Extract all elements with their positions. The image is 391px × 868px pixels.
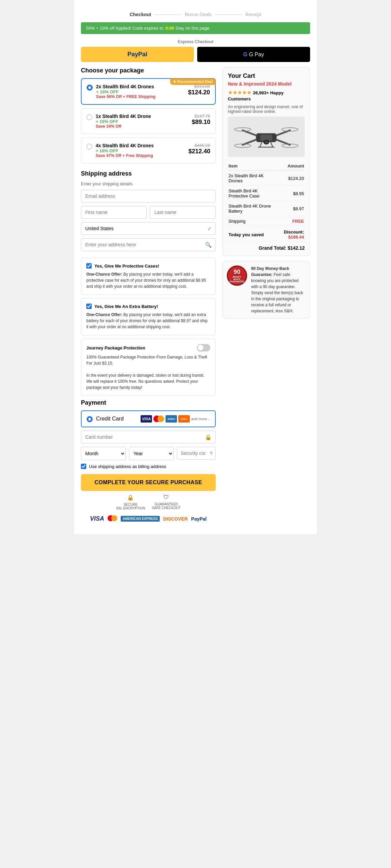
discount-value: $189.44 [288,235,304,240]
address-field[interactable] [81,238,216,251]
cart-shipping-label: Shipping [229,217,273,226]
express-label: Express Checkout [81,39,310,44]
month-select[interactable]: Month JanuaryFebruaryMarch AprilMayJune … [81,447,126,460]
cart-saved-amount: Discount: $189.44 [274,227,304,242]
product-desc: An engineering and design marvel, one of… [228,104,305,114]
svg-line-13 [271,142,273,147]
guarantee-text: 90 Day Money-Back Guarantee: Feel safe k… [251,266,306,314]
pkg1-discount: + 10% OFF [96,89,185,94]
protection-desc2: In the event your delivery is damaged, s… [86,372,210,391]
protection-title: Journey Package Protection [86,345,145,350]
addon-protective-cases: Yes, Give Me Protective Cases! One-Chanc… [81,258,216,295]
security-code-wrap: ? [177,447,216,460]
card-lock-icon: 🔒 [205,434,212,440]
security-help-icon[interactable]: ? [210,451,212,456]
grand-total: Grand Total: $142.12 [228,245,305,251]
cart-table: Item Amount 2x Stealth Bird 4K Drones $1… [228,161,305,243]
pkg2-original: $147.76 [192,114,210,119]
package-option-1[interactable]: ★ Recommended Deal 2x Stealth Bird 4K Dr… [81,78,216,105]
drone-image [228,117,305,157]
complete-purchase-button[interactable]: COMPLETE YOUR SECURE PURCHASE [81,474,216,491]
package-option-3[interactable]: 4x Stealth Bird 4K Drones + 10% OFF Save… [81,137,216,163]
credit-card-radio[interactable] [87,416,93,422]
shipping-title: Shipping address [81,170,216,177]
svg-rect-1 [260,135,272,141]
guarantee-num: 90 [234,269,240,276]
toggle-knob [198,345,204,351]
address-search-icon: 🔍 [205,242,212,248]
addon2-title: Yes, Give Me An Extra Battery! [94,304,158,309]
first-name-field[interactable] [81,206,147,219]
radio-1[interactable] [87,85,93,91]
safe-text: GUARANTEEDSAFE CHECKOUT [152,502,181,510]
trust-badges: 🔒 SECURESSL ENCRYPTION 🛡 GUARANTEEDSAFE … [81,494,216,510]
pkg3-discount: + 10% OFF [96,148,185,153]
pkg3-final: $212.40 [188,148,210,155]
payment-title: Payment [81,399,216,406]
safe-checkout-badge: 🛡 GUARANTEEDSAFE CHECKOUT [152,494,181,510]
visa-icon: VISA [141,415,152,423]
addon1-checkbox[interactable] [86,263,92,269]
payment-section: Payment Credit Card VISA AMEX DISC and m… [81,399,216,522]
col-amount: Amount [274,162,304,170]
country-check-icon: ✓ [207,225,212,232]
shield-icon: 🛡 [163,494,169,500]
cart-row-3: Stealth Bird 4K Drone Battery $8.97 [229,202,304,216]
billing-address-check: Use shipping address as billing address [81,464,216,469]
col-item: Item [229,162,273,170]
footer-amex-logo: AMERICAN EXPRESS [121,516,160,522]
radio-3[interactable] [86,144,92,150]
ssl-icon: 🔒 [127,494,134,501]
pkg2-discount: + 10% OFF [96,119,188,124]
banner-timer: 0:00 [166,26,174,31]
billing-checkbox[interactable] [81,464,86,469]
express-checkout-section: Express Checkout PayPal G G Pay [81,39,310,62]
banner-text2: Stay on this page. [175,26,210,31]
addon1-title: Yes, Give Me Protective Cases! [94,264,159,269]
cart-row-2: Stealth Bird 4K Protective Case $8.95 [229,186,304,201]
last-name-field[interactable] [150,206,216,219]
cart-row-shipping: Shipping FREE [229,217,304,226]
email-field[interactable] [81,190,216,203]
discount-banner: 56% + 10% off Applied! Code expires in: … [81,22,310,34]
checkout-steps: Checkout Bonus Deals Receipt [81,7,310,22]
cart-item1-name: 2x Stealth Bird 4K Drones [229,171,273,186]
cart-item3-amount: $8.97 [274,202,304,216]
protection-toggle[interactable] [197,344,210,351]
card-number-field[interactable] [81,431,216,443]
svg-point-3 [265,141,268,144]
shipping-section: Shipping address Enter your shipping det… [81,170,216,251]
pkg3-shipping: Save 47% Off + Free Shipping [96,153,185,158]
gpay-button[interactable]: G G Pay [197,47,310,62]
mastercard-icon [153,415,164,422]
cart-item3-name: Stealth Bird 4K Drone Battery [229,202,273,216]
shipping-subtitle: Enter your shipping details [81,181,216,186]
footer-discover-logo: DISCOVER [163,516,188,522]
grand-total-value: $142.12 [288,245,305,251]
card-icons: VISA AMEX DISC and more... [141,415,210,423]
payment-logo-row: VISA AMERICAN EXPRESS DISCOVER PayPal [81,515,216,522]
radio-2[interactable] [86,114,92,120]
country-field[interactable] [81,222,216,235]
journey-protection-section: Journey Package Protection 100% Guarante… [81,339,216,396]
billing-label: Use shipping address as billing address [89,464,166,469]
banner-text1: 56% + 10% off Applied! Code expires in: [86,26,164,31]
pkg1-shipping: Save 56% Off + FREE Shipping [96,94,185,99]
package-option-2[interactable]: 1x Stealth Bird 4K Drone + 10% OFF Save … [81,108,216,134]
credit-card-option[interactable]: Credit Card VISA AMEX DISC and more... [81,410,216,427]
cart-shipping-amount: FREE [274,217,304,226]
guarantee-body: Feel safe knowing you are protected with… [251,272,303,313]
footer-mc-logo [108,515,117,522]
pkg2-shipping: Save 34% Off [96,124,188,129]
grand-total-label: Grand Total: [259,245,286,251]
addon2-checkbox[interactable] [86,304,92,309]
guarantee-badge-label: MONEYBACKGUARANTEE [230,276,244,283]
addon1-desc: One-Chance Offer: By placing your order … [86,271,210,289]
package-title: Choose your package [81,67,216,74]
svg-line-12 [260,142,262,147]
expiry-row: Month JanuaryFebruaryMarch AprilMayJune … [81,447,216,460]
paypal-button[interactable]: PayPal [81,47,194,62]
guarantee-box: 90 MONEYBACKGUARANTEE 90 Day Money-Back … [222,261,310,318]
year-select[interactable]: Year 202420252026 202720282029 2030 [129,447,174,460]
cart-item2-amount: $8.95 [274,186,304,201]
